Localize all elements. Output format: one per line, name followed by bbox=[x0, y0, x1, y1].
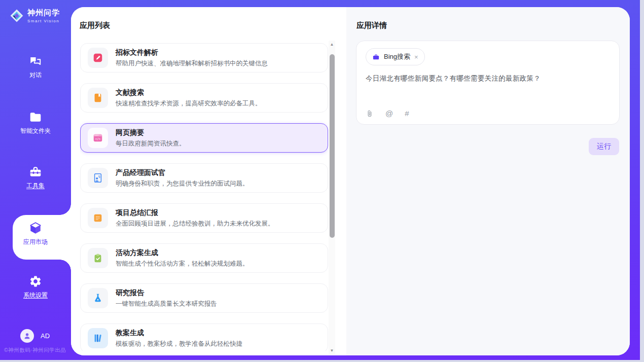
tool-chip-label: Bing搜索 bbox=[384, 52, 410, 61]
app-title: 招标文件解析 bbox=[116, 48, 268, 57]
sidebar: 神州问学 Smart Vision 对话 智能文件夹 bbox=[0, 0, 71, 360]
sidebar-item-label: 工具集 bbox=[26, 182, 45, 190]
app-icon-tile bbox=[88, 88, 108, 108]
app-title: 产品经理面试官 bbox=[116, 168, 249, 177]
app-list-panel: 应用列表 招标文件解析 帮助用户快速、准确地理解和解析招标书中的关键信息 bbox=[71, 7, 346, 355]
copyright-footer: ©神州数码·神州问学出品 bbox=[4, 347, 66, 354]
close-icon[interactable]: × bbox=[414, 54, 418, 60]
toolbox-icon bbox=[29, 165, 42, 178]
attachment-toolbar: @ # bbox=[366, 109, 409, 118]
list-scrollbar: ▲ ▼ bbox=[329, 41, 335, 355]
app-list-title: 应用列表 bbox=[80, 21, 110, 30]
app-card-project-summary[interactable]: 项目总结汇报 全面回顾项目进展，总结经验教训，助力未来优化发展。 bbox=[80, 203, 328, 233]
app-desc: 明确身份和职责，为您提供专业性的面试问题。 bbox=[116, 179, 249, 188]
svg-text:</>: </> bbox=[95, 137, 101, 140]
sidebar-item-label: 智能文件夹 bbox=[20, 127, 51, 135]
mention-icon[interactable]: @ bbox=[385, 109, 393, 118]
chat-icon bbox=[29, 55, 42, 68]
app-desc: 帮助用户快速、准确地理解和解析招标书中的关键信息 bbox=[116, 59, 268, 68]
app-card-list: 招标文件解析 帮助用户快速、准确地理解和解析招标书中的关键信息 文献搜索 快速精… bbox=[80, 43, 328, 351]
folder-icon bbox=[29, 111, 42, 124]
app-icon-tile bbox=[88, 48, 108, 68]
sidebar-item-label: 系统设置 bbox=[23, 291, 48, 300]
sidebar-item-smart-folder[interactable]: 智能文件夹 bbox=[0, 111, 71, 135]
app-desc: 每日政府新闻资讯快查。 bbox=[116, 139, 186, 148]
app-detail-panel: 应用详情 Bing搜索 × 今日湖北有哪些新闻要点？有哪些需要关注的最新政策？ … bbox=[346, 7, 630, 355]
books-icon bbox=[92, 333, 103, 344]
sidebar-item-chat[interactable]: 对话 bbox=[0, 55, 71, 80]
prompt-input[interactable]: Bing搜索 × 今日湖北有哪些新闻要点？有哪些需要关注的最新政策？ @ # bbox=[356, 41, 620, 125]
app-card-bid-parse[interactable]: 招标文件解析 帮助用户快速、准确地理解和解析招标书中的关键信息 bbox=[80, 43, 328, 73]
app-icon-tile bbox=[88, 248, 108, 268]
scroll-down-arrow-icon[interactable]: ▼ bbox=[329, 348, 335, 354]
app-icon-tile bbox=[88, 288, 108, 308]
user-initials: AD bbox=[41, 332, 50, 340]
app-title: 项目总结汇报 bbox=[116, 208, 274, 218]
gear-icon bbox=[29, 275, 42, 288]
app-card-pm-interviewer[interactable]: 产品经理面试官 明确身份和职责，为您提供专业性的面试问题。 bbox=[80, 163, 328, 193]
app-title: 网页摘要 bbox=[116, 128, 186, 137]
brand-logo: 神州问学 Smart Vision bbox=[10, 8, 60, 23]
app-card-literature-search[interactable]: 文献搜索 快速精准查找学术资源，提高研究效率的必备工具。 bbox=[80, 83, 328, 113]
main-content: 应用列表 招标文件解析 帮助用户快速、准确地理解和解析招标书中的关键信息 bbox=[71, 7, 630, 355]
app-desc: 全面回顾项目进展，总结经验教训，助力未来优化发展。 bbox=[116, 220, 274, 228]
brand-subtitle: Smart Vision bbox=[27, 19, 60, 23]
app-desc: 一键智能生成高质量长文本研究报告 bbox=[116, 300, 217, 308]
clipboard-check-icon bbox=[92, 252, 103, 264]
query-text: 今日湖北有哪些新闻要点？有哪些需要关注的最新政策？ bbox=[366, 74, 610, 83]
bubble-fillet bbox=[60, 260, 71, 271]
note-icon bbox=[92, 212, 103, 224]
interviewer-doc-icon bbox=[92, 172, 103, 184]
app-icon-tile bbox=[88, 328, 108, 348]
paperclip-icon[interactable] bbox=[366, 110, 374, 118]
tool-chip-bing-search[interactable]: Bing搜索 × bbox=[366, 48, 425, 65]
app-icon-tile bbox=[88, 168, 108, 188]
app-detail-title: 应用详情 bbox=[356, 21, 387, 30]
book-icon bbox=[92, 92, 103, 103]
app-desc: 模板驱动，教案秒成，教学准备从此轻松快捷 bbox=[116, 340, 242, 348]
scroll-up-arrow-icon[interactable]: ▲ bbox=[329, 42, 335, 48]
web-code-icon: </> bbox=[92, 132, 103, 143]
app-desc: 快速精准查找学术资源，提高研究效率的必备工具。 bbox=[116, 99, 262, 108]
app-card-event-plan[interactable]: 活动方案生成 智能生成个性化活动方案，轻松解决规划难题。 bbox=[80, 243, 328, 273]
app-icon-tile: </> bbox=[88, 128, 108, 148]
app-title: 活动方案生成 bbox=[116, 248, 249, 258]
sidebar-item-label: 对话 bbox=[29, 71, 42, 80]
app-title: 文献搜索 bbox=[116, 88, 262, 97]
person-icon bbox=[23, 332, 31, 340]
hashtag-icon[interactable]: # bbox=[405, 109, 409, 118]
research-flask-icon bbox=[92, 293, 103, 304]
sidebar-item-settings[interactable]: 系统设置 bbox=[0, 275, 71, 300]
scrollbar-thumb[interactable] bbox=[330, 54, 335, 238]
app-title: 教案生成 bbox=[116, 329, 242, 338]
bubble-fillet bbox=[60, 204, 71, 215]
sidebar-item-toolset[interactable]: 工具集 bbox=[0, 165, 71, 190]
brand-title: 神州问学 bbox=[27, 8, 60, 18]
sidebar-item-app-market[interactable]: 应用市场 bbox=[0, 222, 71, 246]
user-account[interactable]: AD bbox=[20, 329, 50, 343]
app-title: 研究报告 bbox=[116, 288, 217, 298]
cube-icon bbox=[29, 222, 42, 235]
run-button[interactable]: 运行 bbox=[589, 138, 619, 155]
app-icon-tile bbox=[88, 208, 108, 228]
app-desc: 智能生成个性化活动方案，轻松解决规划难题。 bbox=[116, 260, 249, 268]
app-frame: 神州问学 Smart Vision 对话 智能文件夹 bbox=[0, 0, 640, 360]
app-card-lesson-plan[interactable]: 教案生成 模板驱动，教案秒成，教学准备从此轻松快捷 bbox=[80, 323, 328, 351]
diamond-logo-icon bbox=[10, 9, 23, 22]
sidebar-item-label: 应用市场 bbox=[23, 238, 48, 246]
app-card-web-summary[interactable]: </> 网页摘要 每日政府新闻资讯快查。 bbox=[80, 123, 328, 153]
app-card-research-report[interactable]: 研究报告 一键智能生成高质量长文本研究报告 bbox=[80, 283, 328, 313]
briefcase-icon bbox=[372, 53, 380, 61]
avatar bbox=[20, 329, 34, 343]
edit-document-icon bbox=[92, 52, 103, 63]
